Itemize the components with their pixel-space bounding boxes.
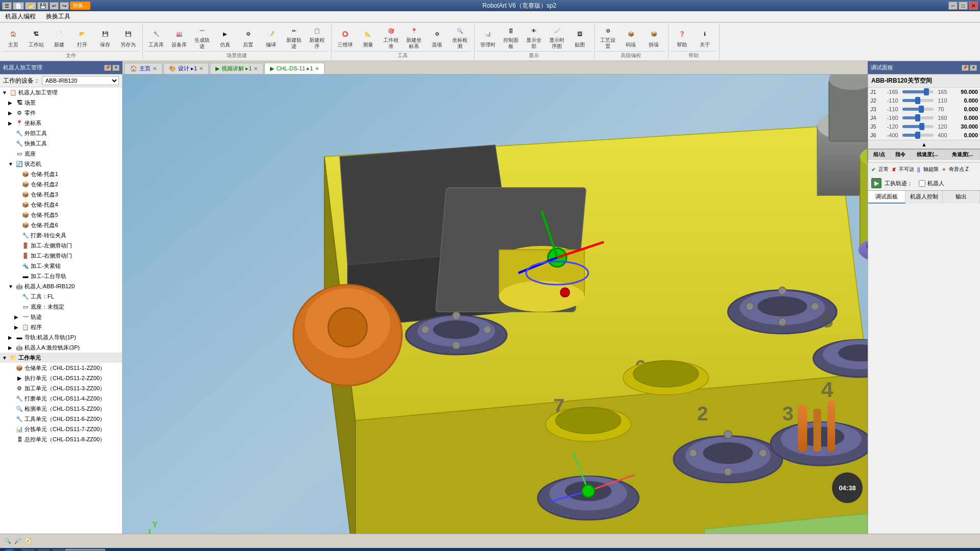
toggle-program[interactable]: ▶ [14,324,20,330]
tree-item-traj[interactable]: ▶ 〰 轨迹 [0,312,122,322]
minimize-button[interactable]: ─ [948,2,958,10]
tb-open[interactable]: 📂打开 [71,23,93,51]
tree-item-pallet2[interactable]: 📦 仓储-托盘2 [0,179,122,189]
new-icon[interactable]: 📄 [13,2,24,10]
tb-options[interactable]: ⚙选项 [426,23,448,51]
tree-item-wu5[interactable]: 🔍 检测单元（CHL-DS11-5-ZZ00） [0,404,122,414]
tree-item-statemachine[interactable]: ▼ 🔄 状态机 [0,159,122,169]
tree-item-wu1[interactable]: 📦 仓储单元（CHL-DS11-1-ZZ00） [0,363,122,373]
leftpanel-close-btn[interactable]: ✕ [112,65,119,71]
tb-compile[interactable]: 📝编译 [260,23,282,51]
tree-item-guide-rail[interactable]: ▶ ▬ 导轨:机器人导轨(1P) [0,332,122,342]
rp-play-button[interactable]: ▶ [871,178,881,188]
tb-depalletize[interactable]: 📦拆垛 [643,23,665,51]
tree-item-wu4[interactable]: 🔧 打磨单元（CHL-DS11-4-ZZ00） [0,393,122,404]
joint-slider-j4[interactable] [900,114,936,122]
tab-design-close[interactable]: ✕ [199,66,203,71]
tree-item-workcell[interactable]: ▼ 📁 工作单元 [0,353,122,363]
rp-tab-output[interactable]: 输出 [943,191,980,204]
toggle-scene[interactable]: ▶ [8,100,14,106]
tree-item-robot[interactable]: ▼ 🤖 机器人:ABB-IRB120 [0,281,122,291]
tree-item-quicktool[interactable]: 🔧 快换工具 [0,138,122,148]
tb-workstation[interactable]: 🏗工作站 [25,23,47,51]
menu-icon[interactable]: ☰ [2,2,12,10]
tb-toollib[interactable]: 🔧工具库 [145,23,167,51]
tb-manage[interactable]: 📊管理时 [477,23,499,51]
tb-postproc[interactable]: ⚙后置 [237,23,259,51]
tab-home-close[interactable]: ✕ [153,66,157,71]
open-icon[interactable]: 📂 [25,2,36,10]
tree-item-wu3[interactable]: ⚙ 加工单元（CHL-DS11-3-ZZ00） [0,383,122,393]
tb-new[interactable]: 📄新建 [48,23,70,51]
toggle-robot-a[interactable]: ▶ [8,345,14,350]
tb-about[interactable]: ℹ关于 [694,23,716,51]
tb-texture[interactable]: 🖼贴图 [569,23,591,51]
tb-calibrate[interactable]: 🎯工件校准 [380,23,402,51]
tree-item-base[interactable]: ▭ 底座 [0,148,122,159]
tree-item-scene[interactable]: ▶ 🏗 场景 [0,97,122,108]
toggle-statemachine[interactable]: ▼ [8,161,14,167]
taskbar-app[interactable]: S [52,549,65,551]
toggle-parts[interactable]: ▶ [8,110,14,116]
rp-tab-robotctrl[interactable]: 机器人控制 [905,191,943,204]
tree-item-wu6[interactable]: 🔧 工具单元（CHL-DS11-6-ZZ00） [0,414,122,424]
rp-robot-checkbox[interactable] [919,180,925,187]
menu-switchtool[interactable]: 换换工具 [41,11,76,22]
joint-slider-j1[interactable] [900,88,936,96]
tree-item-pallet4[interactable]: 📦 仓储-托盘4 [0,199,122,210]
redo-icon[interactable]: ↪ [60,2,69,10]
taskbar-explorer[interactable]: 🗂 [21,549,35,551]
toggle-robot[interactable]: ▼ [8,284,14,289]
tree-item-pallet5[interactable]: 📦 仓储-托盘5 [0,210,122,220]
tree-item-coords[interactable]: ▶ 📍 坐标系 [0,118,122,128]
taskbar-robotart-btn[interactable]: RobotArt V6 [65,549,105,551]
viewport[interactable]: 5 4 6 7 2 3 [122,74,868,534]
tree-item-root[interactable]: ▼ 📋 机器人加工管理 [0,87,122,97]
joint-slider-j3[interactable] [900,105,936,114]
tab-home[interactable]: 🏠 主页 ✕ [125,63,162,74]
tree-item-door-right[interactable]: 🚪 加工-右侧滑动门 [0,251,122,261]
device-select[interactable]: ABB-IRB120 [42,76,119,85]
tb-3dball[interactable]: ⭕三维球 [334,23,356,51]
joint-slider-j5[interactable] [900,122,936,131]
tree-item-exttool[interactable]: 🔧 外部工具 [0,128,122,138]
undo-icon[interactable]: ↩ [50,2,59,10]
tb-devicelib[interactable]: 🏭设备库 [168,23,190,51]
tb-newtraj[interactable]: ✏新建轨迹 [283,23,305,51]
rp-tab-debug[interactable]: 调试面板 [868,191,905,204]
tree-item-pallet6[interactable]: 📦 仓储-托盘6 [0,220,122,230]
tree-item-door-left[interactable]: 🚪 加工-左侧滑动门 [0,240,122,251]
tree-item-parts[interactable]: ▶ ⚙ 零件 [0,108,122,118]
tb-measure[interactable]: 📐测量 [357,23,379,51]
tb-palletize[interactable]: 📦码垛 [620,23,642,51]
tree-item-pallet3[interactable]: 📦 仓储-托盘3 [0,189,122,199]
menu-robotprog[interactable]: 机器人编程 [0,11,41,22]
toggle-guide-rail[interactable]: ▶ [8,335,14,340]
tb-save[interactable]: 💾保存 [94,23,116,51]
toggle-traj[interactable]: ▶ [14,314,20,320]
tab-design[interactable]: 🎨 设计 ▸1 ✕ [163,63,209,74]
rightpanel-pin-btn[interactable]: 📌 [962,65,969,71]
maximize-button[interactable]: □ [959,2,968,10]
tb-gentraj[interactable]: 〰生成轨迹 [191,23,213,51]
tree-item-wu8[interactable]: 🎛 总控单元（CHL-DS11-8-ZZ00） [0,434,122,444]
start-button[interactable]: ⊞ [2,549,17,551]
joint-slider-j2[interactable] [900,96,936,105]
tab-chlds11[interactable]: ▶ CHL-DS-11 ▸1 ✕ [264,63,325,74]
tb-newcoord[interactable]: 📍新建坐标系 [403,23,425,51]
leftpanel-pin-btn[interactable]: 📌 [104,65,111,71]
tree-item-robot-tool[interactable]: 🔧 工具：FL [0,291,122,302]
tb-saveas[interactable]: 💾另存为 [117,23,139,51]
tree-item-workbench[interactable]: ▬ 加工-工台导轨 [0,271,122,281]
save-icon[interactable]: 💾 [37,2,48,10]
tb-simulate[interactable]: ▶仿真 [214,23,236,51]
rp-collapse-btn[interactable]: ▲ [868,140,980,148]
tree-item-pallet1[interactable]: 📦 仓储-托盘1 [0,169,122,179]
tb-home[interactable]: 🏠主页 [2,23,24,51]
tree-item-clamp[interactable]: 🔩 加工-夹紧钮 [0,261,122,271]
tree-item-program[interactable]: ▶ 📋 程序 [0,322,122,332]
rightpanel-close-btn[interactable]: ✕ [970,65,977,71]
tree-item-robot-a[interactable]: ▶ 🤖 机器人A:激控铣床(3P) [0,342,122,353]
tb-controlpanel[interactable]: 🎛控制面板 [500,23,522,51]
toggle-workcell[interactable]: ▼ [2,355,8,361]
